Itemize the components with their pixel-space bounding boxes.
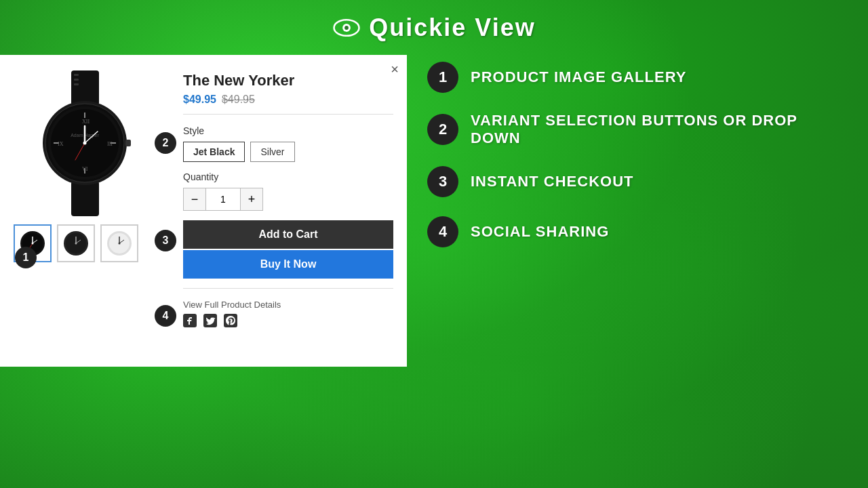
- thumbnail-strip: [14, 224, 170, 262]
- image-badge: 1: [15, 247, 37, 268]
- feature-item-3: 3 INSTANT CHECKOUT: [427, 166, 848, 197]
- checkout-badge: 3: [155, 230, 176, 251]
- social-badge: 4: [155, 305, 176, 327]
- variant-badge: 2: [155, 132, 176, 154]
- facebook-icon[interactable]: [183, 314, 197, 331]
- svg-text:XII: XII: [82, 119, 90, 125]
- feature-text-2: VARIANT SELECTION BUTTONS OR DROP DOWN: [471, 112, 848, 147]
- view-full-link[interactable]: View Full Product Details: [183, 300, 393, 310]
- quantity-row: − +: [183, 188, 393, 211]
- style-label: Style: [183, 125, 393, 136]
- product-modal: × 1: [0, 55, 407, 367]
- svg-point-41: [119, 243, 121, 245]
- feature-text-4: SOCIAL SHARING: [471, 223, 609, 241]
- svg-rect-25: [125, 140, 131, 146]
- header: Quickie View: [0, 0, 868, 55]
- close-button[interactable]: ×: [391, 62, 399, 77]
- social-section: 4 View Full Product Details: [183, 300, 393, 331]
- divider-1: [183, 114, 393, 115]
- original-price: $49.95: [222, 94, 255, 106]
- action-buttons: 3 Add to Cart Buy It Now: [183, 220, 393, 279]
- svg-rect-7: [71, 181, 99, 216]
- svg-point-2: [344, 26, 349, 30]
- main-product-image: XII III VI IX Adam Harper: [14, 68, 156, 218]
- feature-badge-2: 2: [427, 114, 458, 145]
- svg-rect-4: [74, 74, 79, 76]
- add-to-cart-button[interactable]: Add to Cart: [183, 220, 393, 249]
- product-details: The New Yorker $49.95 $49.95 2 Style Jet…: [183, 68, 393, 331]
- svg-text:III: III: [107, 141, 113, 147]
- sale-price: $49.95: [183, 94, 216, 106]
- feature-text-3: INSTANT CHECKOUT: [471, 173, 633, 190]
- pinterest-icon[interactable]: [224, 314, 237, 331]
- feature-badge-3: 3: [427, 166, 458, 197]
- app-title: Quickie View: [369, 14, 535, 42]
- quantity-increase[interactable]: +: [240, 188, 263, 211]
- quantity-input[interactable]: [206, 188, 240, 211]
- svg-rect-5: [74, 79, 79, 81]
- svg-point-31: [32, 243, 34, 245]
- svg-rect-6: [74, 83, 79, 85]
- quantity-decrease[interactable]: −: [183, 188, 206, 211]
- style-silver[interactable]: Silver: [250, 142, 294, 162]
- watch-image-main: XII III VI IX Adam Harper: [22, 70, 148, 216]
- svg-point-36: [75, 243, 77, 245]
- eye-icon: [332, 14, 361, 42]
- svg-text:VI: VI: [82, 166, 88, 172]
- main-layout: × 1: [0, 55, 868, 367]
- feature-item-1: 1 PRODUCT IMAGE GALLERY: [427, 62, 848, 93]
- feature-badge-4: 4: [427, 216, 458, 247]
- thumbnail-2[interactable]: [57, 224, 95, 262]
- feature-item-2: 2 VARIANT SELECTION BUTTONS OR DROP DOWN: [427, 112, 848, 147]
- image-section: 1: [14, 68, 170, 331]
- svg-point-24: [83, 141, 86, 144]
- divider-2: [183, 288, 393, 289]
- feature-item-4: 4 SOCIAL SHARING: [427, 216, 848, 247]
- buy-now-button[interactable]: Buy It Now: [183, 250, 393, 279]
- product-title: The New Yorker: [183, 72, 393, 89]
- feature-text-1: PRODUCT IMAGE GALLERY: [471, 68, 686, 86]
- price-row: $49.95 $49.95: [183, 94, 393, 106]
- style-jet-black[interactable]: Jet Black: [183, 142, 245, 162]
- thumbnail-3[interactable]: [100, 224, 138, 262]
- feature-badge-1: 1: [427, 62, 458, 93]
- features-panel: 1 PRODUCT IMAGE GALLERY 2 VARIANT SELECT…: [407, 55, 868, 367]
- svg-text:IX: IX: [58, 141, 64, 147]
- social-icons: [183, 314, 393, 331]
- twitter-icon[interactable]: [203, 314, 217, 331]
- style-buttons: Jet Black Silver: [183, 142, 393, 162]
- quantity-label: Quantity: [183, 171, 393, 182]
